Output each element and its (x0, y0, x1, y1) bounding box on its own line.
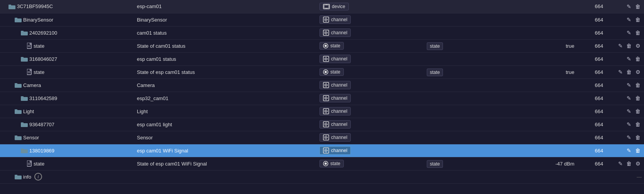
folder-icon (21, 56, 28, 62)
edit-button[interactable]: ✎ (625, 107, 632, 115)
delete-button[interactable]: 🗑 (634, 94, 642, 102)
type-badge: channel (319, 146, 351, 155)
settings-button[interactable]: ⚙ (634, 42, 642, 50)
type-badge: channel (319, 81, 351, 89)
id-cell: 664 (577, 92, 606, 105)
type2-cell: state (423, 157, 480, 170)
actions-cell: ✎ 🗑 (605, 144, 644, 157)
table-row[interactable]: state State of esp cam01 status state st… (0, 65, 644, 79)
delete-button[interactable]: 🗑 (625, 42, 633, 50)
type-badge: channel (319, 15, 351, 24)
value-cell (480, 131, 576, 144)
type-cell: channel (317, 52, 423, 65)
row-id-label: 664 (595, 17, 603, 23)
type-label: state (330, 43, 340, 48)
type-badge: channel (319, 94, 351, 102)
table-row[interactable]: Sensor Sensor channel 664 ✎ 🗑 (0, 131, 644, 144)
actions-cell: ✎ 🗑 (605, 79, 644, 92)
value-cell: true (480, 39, 576, 52)
edit-button[interactable]: ✎ (625, 134, 632, 141)
table-row[interactable]: Light Light channel 664 ✎ 🗑 (0, 105, 644, 118)
description-cell: cam01 status (135, 26, 317, 39)
value-cell (480, 144, 576, 157)
edit-button[interactable]: ✎ (625, 55, 632, 63)
type-badge: state (319, 160, 344, 167)
channel-type-icon (323, 17, 329, 23)
row-id-label: 664 (595, 82, 603, 88)
delete-button[interactable]: 🗑 (634, 107, 642, 115)
table-row[interactable]: 936487707 esp cam01 light channel 664 ✎ … (0, 118, 644, 131)
svg-rect-7 (15, 18, 17, 19)
table-row[interactable]: 138019869 esp cam01 WiFi Signal channel … (0, 144, 644, 157)
row-id-label: 664 (595, 161, 603, 167)
table-row[interactable]: Camera Camera channel 664 ✎ 🗑 (0, 79, 644, 92)
edit-button[interactable]: ✎ (625, 16, 632, 23)
id-cell: 664 (577, 118, 606, 131)
folder-icon (21, 95, 28, 101)
delete-button[interactable]: 🗑 (634, 134, 642, 141)
edit-button[interactable]: ✎ (625, 94, 632, 102)
table-row[interactable]: BinarySensor BinarySensor channel 664 ✎ … (0, 13, 644, 26)
row-description-label: esp32_cam01 (137, 95, 169, 101)
type-cell: state (317, 157, 423, 170)
row-description-label: Light (137, 109, 148, 114)
row-value-label: true (566, 43, 574, 49)
id-cell: 664 (577, 26, 606, 39)
type-label: channel (331, 135, 347, 140)
delete-button[interactable]: 🗑 (634, 16, 642, 23)
table-row[interactable]: state State of cam01 status state statet… (0, 39, 644, 52)
type-badge: state (319, 68, 344, 76)
actions-cell: ✎ 🗑 (605, 13, 644, 26)
table-row[interactable]: state State of esp cam01 WiFi Signal sta… (0, 157, 644, 170)
actions-cell: ✎ 🗑 (605, 105, 644, 118)
value-cell (480, 92, 576, 105)
row-name-label: state (34, 43, 44, 49)
type-cell: channel (317, 13, 423, 26)
type-cell: channel (317, 118, 423, 131)
actions-cell: ✎ 🗑 (605, 26, 644, 39)
delete-button[interactable]: 🗑 (634, 147, 642, 154)
delete-button[interactable]: 🗑 (634, 81, 642, 89)
state-type-icon (323, 161, 328, 166)
description-cell (135, 170, 317, 183)
description-cell: esp-cam01 (135, 0, 317, 13)
table-row[interactable]: info i — (0, 170, 644, 183)
type2-cell (423, 144, 480, 157)
row-name-label: 936487707 (29, 122, 54, 127)
type2-cell (423, 13, 480, 26)
table-row[interactable]: 3110642589 esp32_cam01 channel 664 ✎ 🗑 (0, 92, 644, 105)
value-cell (480, 52, 576, 65)
type-badge: channel (319, 55, 351, 63)
delete-button[interactable]: 🗑 (625, 160, 633, 167)
name-cell: BinarySensor (0, 13, 135, 26)
edit-button[interactable]: ✎ (625, 3, 632, 10)
row-id-label: 664 (595, 122, 603, 127)
edit-button[interactable]: ✎ (617, 68, 624, 76)
settings-button[interactable]: ⚙ (634, 160, 642, 167)
delete-button[interactable]: 🗑 (634, 29, 642, 37)
type-badge: channel (319, 120, 351, 129)
table-row[interactable]: 3C71BF59945C esp-cam01 device 664 ✎ 🗑 (0, 0, 644, 13)
type2-cell: state (423, 65, 480, 79)
table-row[interactable]: 3168046027 esp cam01 status channel 664 … (0, 52, 644, 65)
edit-button[interactable]: ✎ (625, 29, 632, 37)
delete-button[interactable]: 🗑 (625, 68, 633, 76)
delete-button[interactable]: 🗑 (634, 55, 642, 63)
folder-icon (15, 17, 22, 22)
settings-button[interactable]: ⚙ (634, 68, 642, 76)
channel-type-icon (323, 95, 329, 101)
svg-rect-52 (21, 123, 28, 127)
svg-point-74 (325, 162, 327, 165)
row-name-label: 3110642589 (29, 95, 57, 101)
edit-button[interactable]: ✎ (617, 42, 624, 50)
delete-button[interactable]: 🗑 (634, 3, 642, 10)
edit-button[interactable]: ✎ (625, 120, 632, 128)
edit-button[interactable]: ✎ (625, 147, 632, 154)
edit-button[interactable]: ✎ (617, 160, 624, 167)
folder-icon (15, 135, 22, 140)
folder-icon (21, 148, 28, 153)
edit-button[interactable]: ✎ (625, 81, 632, 89)
delete-button[interactable]: 🗑 (634, 120, 642, 128)
table-row[interactable]: 2402692100 cam01 status channel 664 ✎ 🗑 (0, 26, 644, 39)
info-icon[interactable]: i (34, 173, 42, 181)
